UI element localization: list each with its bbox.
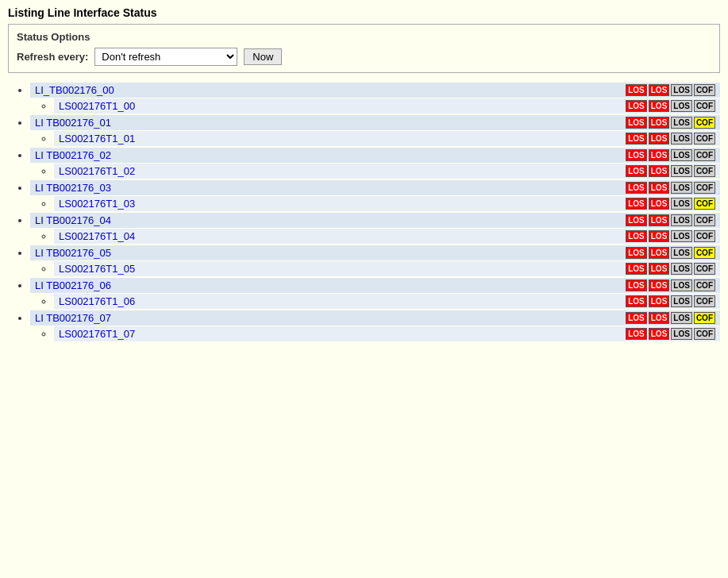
status-badge: LOS <box>649 230 670 242</box>
ls-badges: LOSLOSLOSCOF <box>626 230 715 242</box>
refresh-select[interactable]: Don't refresh30 seconds1 minute5 minutes <box>94 48 237 66</box>
status-badge: LOS <box>626 214 647 226</box>
ls-badges: LOSLOSLOSCOF <box>626 198 715 210</box>
status-badge: LOS <box>671 295 692 307</box>
ls-badges: LOSLOSLOSCOF <box>626 328 715 340</box>
status-badge: LOS <box>671 247 692 259</box>
sub-list: LS002176T1_07LOSLOSLOSCOF <box>30 326 720 341</box>
status-badge: COF <box>694 214 715 226</box>
sub-list: LS002176T1_06LOSLOSLOSCOF <box>30 294 720 309</box>
status-badge: LOS <box>626 328 647 340</box>
li-badges: LOSLOSLOSCOF <box>626 149 715 161</box>
status-badge: LOS <box>626 312 647 324</box>
sub-list: LS002176T1_03LOSLOSLOSCOF <box>30 196 720 211</box>
ls-row-label: LS002176T1_03 <box>59 198 626 210</box>
status-badge: LOS <box>626 247 647 259</box>
ls-row-link[interactable]: LS002176T1_04LOSLOSLOSCOF <box>54 229 720 244</box>
status-badge: LOS <box>649 247 670 259</box>
status-badge: COF <box>694 182 715 194</box>
li-row-link[interactable]: LI TB002176_05LOSLOSLOSCOF <box>30 245 720 260</box>
status-badge: COF <box>694 279 715 291</box>
status-badge: LOS <box>649 279 670 291</box>
status-badge: LOS <box>626 279 647 291</box>
status-badge: LOS <box>671 84 692 96</box>
status-badge: LOS <box>671 198 692 210</box>
status-badge: LOS <box>649 117 670 129</box>
status-badge: LOS <box>649 100 670 112</box>
ls-row-link[interactable]: LS002176T1_02LOSLOSLOSCOF <box>54 164 720 179</box>
ls-row-link[interactable]: LS002176T1_03LOSLOSLOSCOF <box>54 196 720 211</box>
ls-row-label: LS002176T1_04 <box>59 230 626 242</box>
li-row-label: LI TB002176_01 <box>35 117 626 129</box>
status-badge: LOS <box>649 182 670 194</box>
status-badge: LOS <box>649 295 670 307</box>
status-badge: LOS <box>626 149 647 161</box>
sub-list: LS002176T1_01LOSLOSLOSCOF <box>30 131 720 146</box>
page-title: Listing Line Interface Status <box>8 6 720 19</box>
status-badge: COF <box>694 133 715 144</box>
ls-row-link[interactable]: LS002176T1_06LOSLOSLOSCOF <box>54 294 720 309</box>
status-badge: LOS <box>671 165 692 177</box>
li-row-label: LI TB002176_05 <box>35 247 626 259</box>
status-badge: LOS <box>649 133 670 144</box>
ls-badges: LOSLOSLOSCOF <box>626 295 715 307</box>
li-row-link[interactable]: LI TB002176_06LOSLOSLOSCOF <box>30 278 720 293</box>
status-badge: LOS <box>626 198 647 210</box>
main-list: LI_TB002176_00LOSLOSLOSCOFLS002176T1_00L… <box>16 83 720 341</box>
status-badge: COF <box>694 312 715 324</box>
status-badge: COF <box>694 328 715 340</box>
status-badge: LOS <box>626 165 647 177</box>
ls-row-link[interactable]: LS002176T1_05LOSLOSLOSCOF <box>54 261 720 276</box>
status-badge: COF <box>694 198 715 210</box>
li-row-link[interactable]: LI TB002176_07LOSLOSLOSCOF <box>30 310 720 326</box>
status-badge: COF <box>694 84 715 96</box>
ls-row-link[interactable]: LS002176T1_00LOSLOSLOSCOF <box>54 98 720 114</box>
ls-row-link[interactable]: LS002176T1_01LOSLOSLOSCOF <box>54 131 720 146</box>
now-button[interactable]: Now <box>244 48 282 65</box>
status-badge: COF <box>694 117 715 129</box>
li-row-label: LI TB002176_03 <box>35 182 626 194</box>
li-row-link[interactable]: LI_TB002176_00LOSLOSLOSCOF <box>30 83 720 98</box>
ls-row-link[interactable]: LS002176T1_07LOSLOSLOSCOF <box>54 326 720 341</box>
li-row-link[interactable]: LI TB002176_04LOSLOSLOSCOF <box>30 213 720 228</box>
status-badge: LOS <box>649 198 670 210</box>
li-row-link[interactable]: LI TB002176_03LOSLOSLOSCOF <box>30 180 720 195</box>
status-badge: LOS <box>626 295 647 307</box>
status-badge: LOS <box>671 312 692 324</box>
li-row-link[interactable]: LI TB002176_02LOSLOSLOSCOF <box>30 148 720 163</box>
status-badge: LOS <box>626 182 647 194</box>
ls-badges: LOSLOSLOSCOF <box>626 133 715 144</box>
status-badge: COF <box>694 247 715 259</box>
sub-list: LS002176T1_04LOSLOSLOSCOF <box>30 229 720 244</box>
status-badge: LOS <box>671 117 692 129</box>
sub-list: LS002176T1_00LOSLOSLOSCOF <box>30 98 720 114</box>
ls-row-label: LS002176T1_01 <box>59 133 626 144</box>
status-badge: LOS <box>671 279 692 291</box>
status-badge: LOS <box>626 100 647 112</box>
ls-row-label: LS002176T1_00 <box>59 100 626 112</box>
li-row-link[interactable]: LI TB002176_01LOSLOSLOSCOF <box>30 115 720 130</box>
li-badges: LOSLOSLOSCOF <box>626 247 715 259</box>
li-row-label: LI_TB002176_00 <box>35 84 626 96</box>
sub-list: LS002176T1_05LOSLOSLOSCOF <box>30 261 720 276</box>
sub-list: LS002176T1_02LOSLOSLOSCOF <box>30 164 720 179</box>
status-options-title: Status Options <box>17 31 711 43</box>
status-badge: COF <box>694 165 715 177</box>
status-badge: LOS <box>626 230 647 242</box>
status-badge: LOS <box>649 263 670 275</box>
status-badge: LOS <box>671 133 692 144</box>
status-badge: LOS <box>626 84 647 96</box>
li-row-label: LI TB002176_07 <box>35 312 626 324</box>
status-badge: LOS <box>671 263 692 275</box>
li-badges: LOSLOSLOSCOF <box>626 214 715 226</box>
ls-row-label: LS002176T1_02 <box>59 165 626 177</box>
ls-badges: LOSLOSLOSCOF <box>626 100 715 112</box>
ls-row-label: LS002176T1_07 <box>59 328 626 340</box>
status-badge: LOS <box>671 182 692 194</box>
status-badge: LOS <box>626 133 647 144</box>
status-badge: COF <box>694 100 715 112</box>
status-badge: COF <box>694 149 715 161</box>
status-badge: LOS <box>649 149 670 161</box>
ls-badges: LOSLOSLOSCOF <box>626 165 715 177</box>
status-badge: LOS <box>649 165 670 177</box>
